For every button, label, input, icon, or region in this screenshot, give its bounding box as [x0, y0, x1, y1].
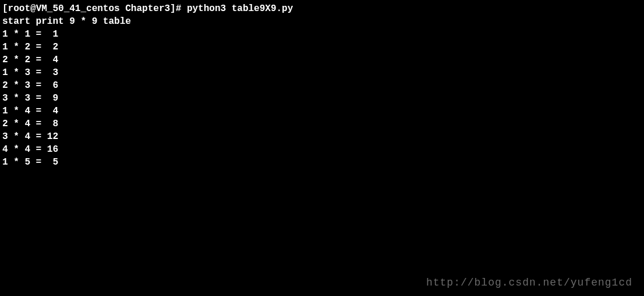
watermark-text: http://blog.csdn.net/yufeng1cd	[426, 276, 632, 289]
output-line: 1 * 5 = 5	[2, 156, 642, 169]
output-line: 3 * 3 = 9	[2, 92, 642, 105]
output-line: 2 * 3 = 6	[2, 79, 642, 92]
prompt-user: root	[8, 3, 30, 14]
command-text: python3 table9X9.py	[187, 3, 293, 14]
program-header: start print 9 * 9 table	[2, 15, 642, 28]
output-line: 2 * 2 = 4	[2, 54, 642, 66]
output-line: 3 * 4 = 12	[2, 130, 642, 143]
prompt-at: @	[30, 3, 36, 14]
output-line: 1 * 3 = 3	[2, 66, 642, 79]
prompt-host: VM_50_41_centos	[36, 3, 120, 14]
command-prompt-line[interactable]: [root@VM_50_41_centos Chapter3]# python3…	[2, 2, 642, 15]
prompt-space	[120, 3, 126, 14]
output-line: 2 * 4 = 8	[2, 117, 642, 130]
prompt-close-bracket: ]#	[170, 3, 187, 14]
prompt-open-bracket: [	[2, 3, 8, 14]
output-line: 4 * 4 = 16	[2, 143, 642, 156]
prompt-dir: Chapter3	[125, 3, 170, 14]
output-line: 1 * 2 = 2	[2, 41, 642, 54]
output-line: 1 * 4 = 4	[2, 105, 642, 117]
output-line: 1 * 1 = 1	[2, 28, 642, 41]
